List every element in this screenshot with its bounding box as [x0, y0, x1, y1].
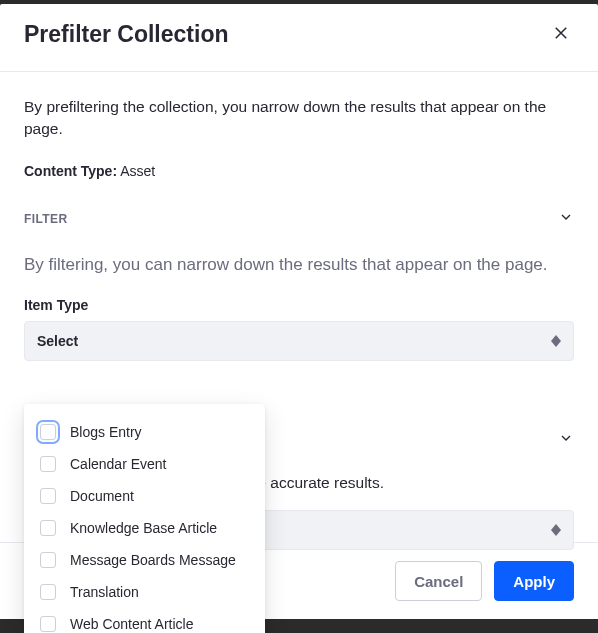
option-label: Calendar Event	[70, 456, 167, 472]
content-type-value: Asset	[120, 163, 155, 179]
checkbox-icon[interactable]	[40, 520, 56, 536]
option-document[interactable]: Document	[24, 480, 265, 512]
modal-header: Prefilter Collection	[0, 4, 598, 72]
item-type-label: Item Type	[24, 297, 574, 313]
modal-title: Prefilter Collection	[24, 21, 228, 48]
sort-icon	[551, 524, 561, 536]
option-label: Knowledge Base Article	[70, 520, 217, 536]
option-calendar-event[interactable]: Calendar Event	[24, 448, 265, 480]
filter-description: By filtering, you can narrow down the re…	[24, 253, 574, 277]
item-type-dropdown: Blogs Entry Calendar Event Document Know…	[24, 404, 265, 633]
checkbox-icon[interactable]	[40, 488, 56, 504]
option-message-boards-message[interactable]: Message Boards Message	[24, 544, 265, 576]
option-label: Message Boards Message	[70, 552, 236, 568]
option-label: Document	[70, 488, 134, 504]
chevron-down-icon	[558, 430, 574, 450]
select-value: Select	[37, 333, 78, 349]
apply-button[interactable]: Apply	[494, 561, 574, 601]
option-knowledge-base-article[interactable]: Knowledge Base Article	[24, 512, 265, 544]
checkbox-icon[interactable]	[40, 552, 56, 568]
modal-body: By prefiltering the collection, you narr…	[0, 72, 598, 619]
close-button[interactable]	[548, 20, 574, 49]
option-web-content-article[interactable]: Web Content Article	[24, 608, 265, 633]
item-type-select[interactable]: Select	[24, 321, 574, 361]
option-blogs-entry[interactable]: Blogs Entry	[24, 416, 265, 448]
option-translation[interactable]: Translation	[24, 576, 265, 608]
filter-section-toggle[interactable]: FILTER	[24, 207, 574, 241]
option-label: Translation	[70, 584, 139, 600]
prefilter-modal: Prefilter Collection By prefiltering the…	[0, 4, 598, 619]
option-label: Web Content Article	[70, 616, 193, 632]
chevron-down-icon	[558, 209, 574, 229]
content-type-label: Content Type:	[24, 163, 117, 179]
cancel-button[interactable]: Cancel	[395, 561, 482, 601]
checkbox-icon[interactable]	[40, 456, 56, 472]
checkbox-icon[interactable]	[40, 616, 56, 632]
checkbox-icon[interactable]	[40, 584, 56, 600]
filter-heading: FILTER	[24, 212, 68, 226]
sort-icon	[551, 335, 561, 347]
option-label: Blogs Entry	[70, 424, 142, 440]
close-icon	[552, 30, 570, 45]
checkbox-icon[interactable]	[40, 424, 56, 440]
content-type-line: Content Type: Asset	[24, 163, 574, 179]
intro-text: By prefiltering the collection, you narr…	[24, 96, 574, 139]
